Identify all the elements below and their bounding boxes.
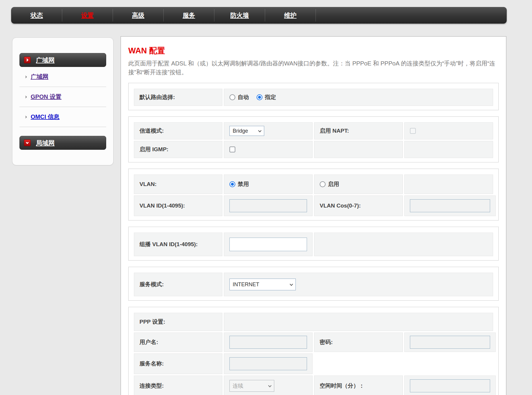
nav-item-setup[interactable]: 设置: [62, 7, 113, 23]
top-navbar: 状态 设置 高级 服务 防火墙 维护: [11, 7, 507, 24]
mcast-vlan-input[interactable]: [229, 238, 307, 251]
vlan-id-input: [229, 199, 307, 212]
chevron-down-icon: [290, 282, 293, 286]
vlan-cos-label: VLAN Cos(0-7):: [320, 203, 361, 209]
radio-default-route-auto-label: 自动: [238, 93, 249, 101]
idle-time-input: [410, 379, 490, 392]
service-mode-select[interactable]: INTERNET: [229, 279, 296, 290]
igmp-checkbox[interactable]: [229, 147, 235, 152]
igmp-label: 启用 IGMP:: [139, 146, 168, 153]
connection-type-select: 连续: [229, 380, 274, 392]
napt-checkbox[interactable]: [410, 128, 416, 134]
radio-default-route-specify-label: 指定: [265, 93, 276, 101]
username-input: [229, 336, 307, 349]
default-route-label: 默认路由选择:: [139, 93, 175, 101]
nav-separator: [316, 9, 316, 22]
radio-vlan-disable-label: 禁用: [238, 180, 249, 188]
section-service-mode: 服务模式: INTERNET: [128, 267, 499, 301]
service-mode-value: INTERNET: [233, 282, 259, 288]
sidebar-item-gpon-settings[interactable]: GPON 设置: [19, 87, 106, 107]
nav-item-firewall[interactable]: 防火墙: [214, 7, 265, 23]
chevron-right-icon: [24, 57, 31, 63]
mcast-vlan-label: 组播 VLAN ID(1-4095):: [139, 241, 198, 248]
channel-mode-select[interactable]: Bridge: [229, 126, 264, 136]
nav-item-service[interactable]: 服务: [164, 7, 214, 23]
channel-mode-value: Bridge: [233, 128, 248, 134]
sidebar-section-wan-label: 广域网: [36, 56, 55, 64]
sidebar-item-wan-label: 广域网: [31, 73, 48, 81]
nav-item-advanced[interactable]: 高级: [113, 7, 163, 23]
connection-type-label: 连接类型:: [139, 382, 164, 390]
nav-item-status[interactable]: 状态: [12, 7, 62, 23]
sidebar-item-omci-label: OMCI 信息: [31, 113, 60, 121]
connection-type-value: 连续: [233, 382, 243, 389]
idle-time-label: 空闲时间（分）：: [320, 382, 364, 390]
sidebar-item-wan[interactable]: 广域网: [19, 67, 106, 87]
nav-item-maintenance[interactable]: 维护: [265, 7, 316, 23]
ppp-settings-label: PPP 设置:: [139, 318, 165, 326]
service-mode-label: 服务模式:: [139, 281, 164, 288]
vlan-id-label: VLAN ID(1-4095):: [139, 203, 185, 209]
password-label: 密码:: [320, 338, 333, 346]
sidebar-item-gpon-label: GPON 设置: [31, 93, 61, 101]
section-default-route: 默认路由选择: 自动 指定: [128, 83, 499, 110]
radio-default-route-specify[interactable]: [257, 94, 262, 100]
sidebar-section-wan[interactable]: 广域网: [19, 53, 106, 67]
password-input: [410, 336, 490, 349]
chevron-down-icon: [268, 384, 271, 387]
radio-default-route-auto[interactable]: [229, 94, 235, 100]
section-vlan: VLAN: 禁用 启用 VLAN ID(1-4095): VLAN Cos(0-…: [128, 169, 499, 220]
chevron-down-icon: [258, 129, 261, 132]
napt-label: 启用 NAPT:: [320, 127, 349, 135]
username-label: 用户名:: [139, 338, 158, 346]
main-panel: WAN 配置 此页面用于配置 ADSL 和（或）以太网调制解调器/路由器的WAN…: [121, 36, 506, 395]
chevron-down-icon: [24, 139, 31, 146]
sidebar-section-lan[interactable]: 局域网: [19, 136, 106, 150]
section-channel-mode: 信道模式: Bridge 启用 NAPT: 启用 IGMP:: [128, 116, 499, 162]
sidebar-section-lan-label: 局域网: [36, 139, 55, 147]
service-name-label: 服务名称:: [139, 360, 164, 368]
arrow-right-icon: [24, 75, 27, 78]
arrow-right-icon: [24, 96, 27, 98]
page-title: WAN 配置: [128, 45, 499, 56]
page-description: 此页面用于配置 ADSL 和（或）以太网调制解调器/路由器的WAN接口的参数。注…: [128, 59, 497, 77]
sidebar-item-omci-info[interactable]: OMCI 信息: [19, 107, 106, 127]
vlan-label: VLAN:: [139, 181, 157, 187]
section-mcast-vlan: 组播 VLAN ID(1-4095):: [128, 227, 499, 261]
service-name-input: [229, 357, 307, 370]
radio-vlan-enable-label: 启用: [328, 180, 339, 188]
sidebar: 广域网 广域网 GPON 设置 OMCI 信息 局域网: [12, 37, 114, 165]
vlan-cos-input: [410, 199, 490, 212]
channel-mode-label: 信道模式:: [139, 127, 164, 135]
radio-vlan-disable[interactable]: [229, 181, 235, 187]
arrow-right-icon: [24, 116, 27, 118]
radio-vlan-enable[interactable]: [320, 181, 326, 187]
section-ppp: PPP 设置: 用户名: 密码: 服务名称: 连接类型: 连: [128, 307, 499, 395]
